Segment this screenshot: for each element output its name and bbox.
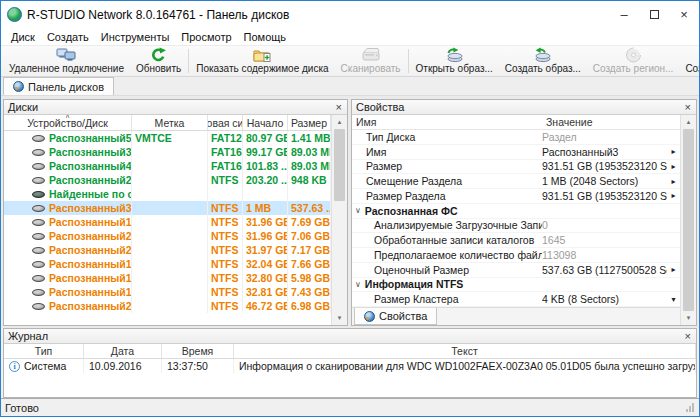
property-section[interactable]: ∨Распознанная ФС — [352, 204, 680, 219]
main-area: Диски × ∧Устройство/Диск Метка овая си Н… — [1, 96, 699, 328]
maximize-box-icon — [650, 10, 659, 19]
disk-icon — [32, 233, 45, 240]
show-disk-contents-icon — [253, 47, 272, 63]
menu-bar: Диск Создать Инструменты Просмотр Помощь — [1, 28, 699, 46]
disk-panel-icon — [13, 81, 24, 92]
table-row[interactable]: Распознанный27 NTFS 203.20 ... 948 KB — [4, 173, 331, 187]
property-row[interactable]: Смещение Раздела 1 MB (2048 Sectors) ▸ — [352, 174, 680, 189]
expand-right-icon[interactable]: ▸ — [667, 191, 680, 200]
table-row[interactable]: Распознанный12 NTFS 32.81 GB 7.43 GB — [4, 285, 331, 299]
tab-disk-panel[interactable]: Панель дисков — [3, 77, 114, 95]
sort-indicator-icon: ∧ — [65, 115, 70, 120]
property-row[interactable]: Размер Раздела 931.51 GB (1953523120 Sec… — [352, 189, 680, 204]
disk-icon — [32, 303, 45, 310]
close-icon[interactable]: × — [669, 1, 699, 28]
show-disk-contents-button[interactable]: Показать содержимое диска — [190, 47, 334, 75]
resize-grip[interactable] — [686, 403, 695, 412]
menu-view[interactable]: Просмотр — [175, 28, 237, 45]
property-row[interactable]: Оценочный Размер 537.63 GB (1127500528 S… — [352, 263, 680, 278]
table-row-selected[interactable]: Распознанный3 NTFS 1 MB 537.63 ... — [4, 201, 331, 215]
scroll-up-icon[interactable]: ▴ — [681, 115, 696, 129]
create-image-button[interactable]: Создать образ... — [499, 47, 587, 75]
scroll-up-icon[interactable]: ▴ — [332, 115, 347, 129]
column-text[interactable]: Текст — [234, 344, 696, 358]
remote-connection-button[interactable]: Удаленное подключение — [3, 47, 130, 75]
column-name[interactable]: Имя — [352, 115, 542, 129]
column-start[interactable]: Начало — [243, 115, 288, 130]
expand-right-icon[interactable]: ▸ — [667, 147, 680, 156]
property-row[interactable]: Имя Распознанный3 ▸ — [352, 145, 680, 160]
toolbar-label: Создать образ... — [505, 63, 581, 74]
column-value[interactable]: Значение — [542, 115, 680, 129]
toolbar-label: Удаленное подключение — [9, 63, 124, 74]
column-size[interactable]: Размер — [288, 115, 331, 130]
table-row[interactable]: Найденные по с... — [4, 187, 331, 201]
toolbar-label: Показать содержимое диска — [196, 63, 328, 74]
open-image-button[interactable]: Открыть образ... — [410, 47, 499, 75]
disks-scrollbar[interactable]: ▴ ▾ — [331, 115, 347, 325]
column-type[interactable]: Тип — [4, 344, 84, 358]
expand-right-icon[interactable]: ▸ — [667, 265, 680, 274]
refresh-button[interactable]: Обновить — [130, 47, 187, 75]
scroll-down-icon[interactable]: ▾ — [332, 311, 347, 325]
properties-tab-strip: Свойства — [352, 307, 680, 325]
expand-right-icon[interactable]: ▸ — [667, 162, 680, 171]
table-row[interactable]: Распознанный22 NTFS 31.97 GB 7.17 GB — [4, 243, 331, 257]
column-device[interactable]: ∧Устройство/Диск — [4, 115, 132, 130]
disk-icon — [32, 219, 45, 226]
disk-icon — [32, 177, 45, 184]
chevron-down-icon: ∨ — [355, 206, 361, 215]
property-row[interactable]: Предполагаемое количество файлов 113098 — [352, 248, 680, 263]
scrollbar-thumb[interactable] — [683, 129, 694, 311]
property-section[interactable]: ∨Информация NTFS — [352, 278, 680, 293]
disk-icon — [32, 289, 45, 296]
expand-right-icon[interactable]: ▸ — [667, 177, 680, 186]
column-label[interactable]: Метка — [132, 115, 208, 130]
disk-icon — [32, 247, 45, 254]
property-row[interactable]: Обработанные записи каталогов 1645 — [352, 233, 680, 248]
disks-panel-titlebar: Диски × — [4, 100, 347, 115]
table-row[interactable]: Распознанный19 NTFS 32.80 GB 5.98 GB — [4, 271, 331, 285]
maximize-icon[interactable] — [639, 1, 669, 28]
dropdown-icon[interactable]: ▾ — [667, 295, 680, 304]
toolbar-label: Обновить — [136, 63, 181, 74]
scrollbar-thumb[interactable] — [334, 129, 345, 201]
disk-icon — [32, 149, 45, 156]
create-virtual-raid-button[interactable]: Создать виртуальный RAID — [679, 47, 700, 75]
close-icon[interactable]: × — [684, 102, 692, 113]
log-row[interactable]: iСистема 10.09.2016 13:37:50 Информация … — [4, 359, 696, 373]
scan-button: Сканировать — [335, 47, 407, 75]
property-row[interactable]: Размер Кластера 4 KB (8 Sectors) ▾ — [352, 292, 680, 307]
scroll-down-icon[interactable]: ▾ — [681, 311, 696, 325]
table-row[interactable]: Распознанный38 FAT16 99.17 GB 89.03 MB — [4, 145, 331, 159]
column-filesystem[interactable]: овая си — [208, 115, 243, 130]
table-row[interactable]: Распознанный20 NTFS 46.72 GB 6.98 GB — [4, 299, 331, 313]
column-time[interactable]: Время — [162, 344, 234, 358]
table-row[interactable]: Распознанный57 VMTCE FAT12 80.97 GB 1.41… — [4, 131, 331, 145]
column-date[interactable]: Дата — [84, 344, 162, 358]
table-row[interactable]: Распознанный21 NTFS 31.96 GB 7.06 GB — [4, 229, 331, 243]
disks-table-header: ∧Устройство/Диск Метка овая си Начало Ра… — [4, 115, 331, 131]
menu-help[interactable]: Помощь — [238, 28, 293, 45]
close-icon[interactable]: × — [335, 102, 343, 113]
tab-label: Свойства — [379, 310, 427, 322]
table-row[interactable]: Распознанный14 NTFS 31.96 GB 7.69 GB — [4, 215, 331, 229]
table-row[interactable]: Распознанный40 FAT16 101.83 ... 89.03 MB — [4, 159, 331, 173]
minimize-icon[interactable]: – — [609, 1, 639, 28]
log-header: Тип Дата Время Текст — [4, 344, 696, 359]
toolbar-label: Сканировать — [341, 63, 401, 74]
property-row[interactable]: Размер 931.51 GB (1953523120 Sectors) ▸ — [352, 160, 680, 175]
properties-scrollbar[interactable]: ▴ ▾ — [680, 115, 696, 325]
window-controls: – × — [609, 1, 699, 28]
property-row[interactable]: Тип Диска Раздел — [352, 130, 680, 145]
menu-tools[interactable]: Инструменты — [95, 28, 176, 45]
table-row[interactable]: Распознанный13 NTFS 32.04 GB 7.66 GB — [4, 257, 331, 271]
close-icon[interactable]: × — [684, 331, 692, 342]
title-bar: R-STUDIO Network 8.0.164761 - Панель дис… — [1, 1, 699, 28]
properties-icon — [364, 311, 375, 322]
tab-properties[interactable]: Свойства — [354, 308, 437, 325]
menu-create[interactable]: Создать — [41, 28, 95, 45]
tab-bar: Панель дисков — [1, 77, 699, 96]
property-row[interactable]: Анализируемые Загрузочные Записи 0 — [352, 219, 680, 234]
menu-disk[interactable]: Диск — [5, 28, 41, 45]
